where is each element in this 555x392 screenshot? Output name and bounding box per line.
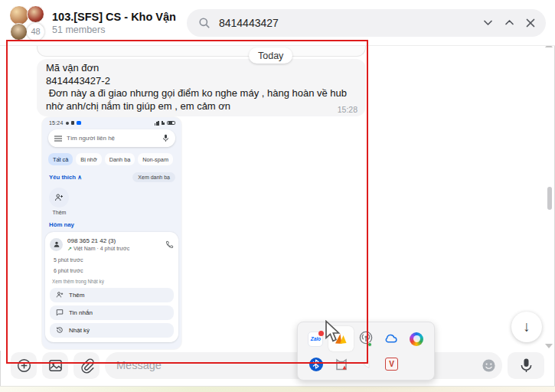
- phone-favorites-row: Yêu thích ∧ Xem danh bạ: [49, 172, 175, 182]
- image-icon: [47, 358, 64, 374]
- person-add-circle: [49, 188, 69, 207]
- group-members-count: 51 members: [52, 24, 176, 35]
- menu-item-label: Thêm: [69, 292, 84, 299]
- outgoing-call-icon: ↗: [67, 246, 72, 252]
- contact-detail: ↗ Việt Nam · 4 phút trước: [67, 246, 165, 252]
- scroll-to-bottom-button[interactable]: ↓: [511, 312, 542, 342]
- message-line: Đơn này a đi giao nhưng gọi điểm ko nghe…: [46, 87, 357, 100]
- person-add-icon: [54, 193, 64, 202]
- tray-bluetooth-icon[interactable]: [303, 351, 328, 377]
- add-favorite-label: Thêm: [49, 210, 70, 215]
- zalo-logo-text: Zalo: [311, 336, 321, 341]
- avatar-photo-3: [10, 23, 28, 41]
- message-composer: [11, 351, 544, 379]
- date-divider: Today: [249, 47, 292, 64]
- tray-copilot-icon[interactable]: [403, 326, 429, 351]
- message-bubble: Mã vận đơn 8414443427-2 Đơn này a đi gia…: [37, 59, 366, 116]
- paperclip-icon: [79, 358, 95, 374]
- message-line: nhờ anh/chị nắm tin giúp em , em cảm ơn: [46, 100, 357, 113]
- battery-icon: [167, 121, 175, 126]
- voice-record-button[interactable]: [508, 352, 544, 379]
- fox-orange-icon: [333, 332, 348, 347]
- chip-all: Tất cả: [48, 153, 73, 165]
- online-status-dot: [367, 342, 372, 347]
- search-next-button[interactable]: [477, 12, 498, 34]
- phone-clock: 15:24: [49, 120, 64, 126]
- tray-fox-app-icon[interactable]: [328, 326, 354, 351]
- message-line: 8414443427-2: [46, 75, 357, 88]
- mic-icon: [162, 134, 169, 142]
- emoji-button[interactable]: [482, 358, 496, 373]
- contact-number: 098 365 21 42 (3): [67, 237, 165, 244]
- person-icon: [53, 240, 60, 248]
- menu-item-history: Nhật ký: [50, 323, 174, 338]
- phone-filter-chips: Tất cả Bị nhỡ Danh bạ Non-spam: [48, 153, 175, 165]
- contact-info: 098 365 21 42 (3) ↗ Việt Nam · 4 phút tr…: [67, 237, 165, 252]
- search-prev-button[interactable]: [498, 12, 520, 34]
- tray-hidden-arrow-icon[interactable]: [354, 351, 379, 377]
- search-close-button[interactable]: [520, 12, 541, 34]
- wifi-icon: [162, 121, 165, 125]
- notification-badge: [318, 331, 324, 336]
- telegram-window: 48 103.[SFS] CS - Kho Vận 51 members Tod…: [0, 0, 555, 392]
- phone-add-favorite: Thêm: [49, 188, 70, 215]
- system-tray-popup: Zalo: [297, 322, 435, 381]
- person-add-icon: [56, 291, 64, 299]
- zalo-notification-icon: [77, 121, 81, 126]
- phone-call-icon: [165, 240, 174, 249]
- microphone-icon: [520, 358, 533, 374]
- menu-item-message: Tin nhắn: [50, 305, 174, 320]
- group-info[interactable]: 103.[SFS] CS - Kho Vận 51 members: [52, 11, 176, 35]
- phone-call-card: 098 365 21 42 (3) ↗ Việt Nam · 4 phút tr…: [45, 232, 178, 342]
- contact-detail-text: Việt Nam · 4 phút trước: [73, 246, 129, 251]
- emoji-smiley-icon: [482, 358, 496, 373]
- phone-today-header: Hôm nay: [49, 221, 181, 228]
- in-chat-search-bar: [187, 9, 546, 37]
- message-line: Mã vận đơn: [46, 62, 357, 75]
- group-avatar[interactable]: 48: [9, 5, 44, 41]
- tray-cat-guard-icon[interactable]: [328, 351, 354, 377]
- contact-avatar: [50, 238, 63, 251]
- attach-file-button[interactable]: [73, 352, 100, 379]
- call-time-entry: 6 phút trước: [54, 268, 174, 273]
- hamburger-menu-icon: [54, 135, 62, 142]
- tray-remote-antenna-icon[interactable]: [354, 326, 379, 351]
- attached-screenshot-image[interactable]: 15:24 Tìm người liên hệ Tất cả Bị nhỡ Da…: [42, 117, 181, 349]
- notification-dot-icon: [66, 122, 69, 125]
- notification-app-icon: [71, 121, 75, 125]
- tray-zalo-icon[interactable]: Zalo: [303, 326, 328, 351]
- view-contacts-button: Xem danh bạ: [132, 172, 175, 182]
- call-entry: 098 365 21 42 (3) ↗ Việt Nam · 4 phút tr…: [50, 237, 174, 252]
- avatar-photo-2: [27, 5, 44, 23]
- message-list: Today Mã vận đơn 8414443427-2 Đơn này a …: [0, 46, 544, 351]
- taskbar-edge-strip: [0, 386, 555, 392]
- scrollbar-thumb[interactable]: [547, 187, 552, 210]
- chat-header: 48 103.[SFS] CS - Kho Vận 51 members: [0, 0, 555, 46]
- message-timestamp: 15:28: [338, 105, 357, 114]
- phone-status-bar: 15:24: [42, 117, 181, 126]
- group-title: 103.[SFS] CS - Kho Vận: [52, 11, 176, 23]
- call-time-entry: 5 phút trước: [54, 257, 174, 263]
- chip-nonspam: Non-spam: [138, 153, 173, 165]
- call-actions-menu: Thêm Tin nhắn Nhật ký: [50, 288, 174, 338]
- menu-item-label: Tin nhắn: [69, 309, 93, 316]
- photo-button[interactable]: [42, 352, 68, 379]
- plus-circle-icon: [16, 358, 32, 374]
- menu-item-label: Nhật ký: [69, 327, 90, 334]
- scrollbar-down-arrow[interactable]: [545, 344, 553, 348]
- left-triangle-glyph: [361, 359, 372, 370]
- v-logo-text: V: [389, 360, 394, 368]
- cat-guard-glyph: [334, 357, 349, 372]
- tray-v-app-icon[interactable]: V: [379, 351, 404, 377]
- bluetooth-glyph: [312, 359, 320, 369]
- menu-item-add: Thêm: [50, 288, 174, 302]
- favorites-label: Yêu thích ∧: [49, 174, 82, 181]
- attach-plus-button[interactable]: [11, 352, 37, 379]
- chat-bubble-icon: [56, 309, 64, 316]
- history-clock-icon: [56, 326, 64, 334]
- chip-missed: Bị nhỡ: [76, 153, 101, 165]
- see-more-link: Xem thêm trong Nhật ký: [52, 279, 174, 284]
- search-input[interactable]: [217, 16, 477, 30]
- tray-onedrive-icon[interactable]: [378, 326, 403, 351]
- search-icon: [196, 12, 213, 34]
